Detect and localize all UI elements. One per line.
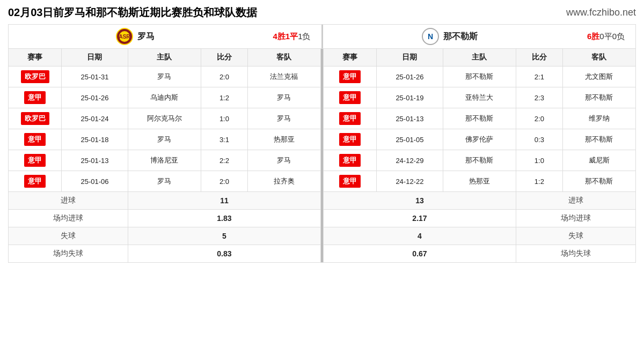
roma-match-badge: 意甲 <box>9 129 62 150</box>
col-header-roma-away: 客队 <box>247 49 320 67</box>
table-row: 意甲25-01-26乌迪内斯1:2罗马意甲25-01-19亚特兰大2:3那不勒斯 <box>9 87 636 108</box>
stats-label-right: 失球 <box>516 227 636 245</box>
napoli-match-score: 2:1 <box>516 67 563 87</box>
website-url: www.fczhibo.net <box>566 7 636 18</box>
napoli-match-score: 1:0 <box>516 150 563 171</box>
roma-match-badge: 欧罗巴 <box>9 67 62 87</box>
col-header-napoli-match: 赛事 <box>323 49 376 67</box>
main-data-table: 赛事 日期 主队 比分 客队 赛事 日期 主队 比分 客队 欧罗巴25-01-3… <box>8 48 636 263</box>
stats-label-left: 失球 <box>9 227 128 245</box>
roma-header: ASR 罗马 <box>9 25 262 48</box>
roma-record: 4胜1平1负 <box>262 25 321 48</box>
stats-value-roma: 5 <box>128 227 320 245</box>
napoli-match-home: 亚特兰大 <box>443 87 516 108</box>
napoli-match-home: 热那亚 <box>443 171 516 192</box>
napoli-match-home: 佛罗伦萨 <box>443 129 516 150</box>
napoli-logo-icon: N <box>422 28 439 45</box>
napoli-match-score: 0:3 <box>516 129 563 150</box>
roma-logo-icon: ASR <box>116 28 133 45</box>
stats-value-napoli: 4 <box>323 227 516 245</box>
table-row: 欧罗巴25-01-31罗马2:0法兰克福意甲25-01-26那不勒斯2:1尤文图… <box>9 67 636 87</box>
napoli-record-win: 6胜 <box>587 32 599 42</box>
stats-value-roma: 11 <box>128 192 320 210</box>
col-header-napoli-home: 主队 <box>443 49 516 67</box>
roma-match-away: 拉齐奥 <box>247 171 320 192</box>
napoli-match-badge: 意甲 <box>323 108 376 129</box>
roma-match-date: 25-01-13 <box>62 150 128 171</box>
roma-match-home: 罗马 <box>128 171 201 192</box>
table-row: 意甲25-01-18罗马3:1热那亚意甲25-01-05佛罗伦萨0:3那不勒斯 <box>9 129 636 150</box>
stats-label-left: 场均失球 <box>9 245 128 263</box>
svg-text:ASR: ASR <box>119 34 131 40</box>
napoli-record-draw: 0平 <box>599 32 612 42</box>
stats-value-roma: 1.83 <box>128 210 320 227</box>
napoli-record: 6胜0平0负 <box>576 25 635 48</box>
roma-match-score: 1:2 <box>201 87 248 108</box>
stats-row: 进球1113进球 <box>9 192 636 210</box>
napoli-header: N 那不勒斯 <box>323 25 576 48</box>
napoli-name: 那不勒斯 <box>443 31 478 42</box>
roma-match-home: 罗马 <box>128 67 201 87</box>
stats-value-napoli: 2.17 <box>323 210 516 227</box>
stats-value-napoli: 0.67 <box>323 245 516 263</box>
roma-match-score: 2:0 <box>201 67 248 87</box>
col-header-roma-score: 比分 <box>201 49 248 67</box>
napoli-match-badge: 意甲 <box>323 171 376 192</box>
stats-row: 场均失球0.830.67场均失球 <box>9 245 636 263</box>
col-header-napoli-score: 比分 <box>516 49 563 67</box>
col-header-roma-home: 主队 <box>128 49 201 67</box>
napoli-match-date: 24-12-22 <box>376 171 443 192</box>
napoli-match-badge: 意甲 <box>323 87 376 108</box>
roma-record-win: 4胜 <box>273 32 285 42</box>
napoli-match-away: 尤文图斯 <box>562 67 635 87</box>
roma-match-away: 法兰克福 <box>247 67 320 87</box>
stats-value-napoli: 13 <box>323 192 516 210</box>
roma-match-badge: 意甲 <box>9 171 62 192</box>
table-row: 意甲25-01-06罗马2:0拉齐奥意甲24-12-22热那亚1:2那不勒斯 <box>9 171 636 192</box>
napoli-match-score: 1:2 <box>516 171 563 192</box>
roma-match-home: 罗马 <box>128 129 201 150</box>
table-row: 欧罗巴25-01-24阿尔克马尔1:0罗马意甲25-01-13那不勒斯2:0维罗… <box>9 108 636 129</box>
napoli-match-away: 那不勒斯 <box>562 87 635 108</box>
roma-record-draw: 1平 <box>286 32 298 42</box>
roma-match-score: 2:2 <box>201 150 248 171</box>
roma-match-score: 1:0 <box>201 108 248 129</box>
col-header-napoli-away: 客队 <box>562 49 635 67</box>
roma-match-home: 乌迪内斯 <box>128 87 201 108</box>
napoli-match-date: 25-01-13 <box>376 108 443 129</box>
napoli-match-away: 那不勒斯 <box>562 129 635 150</box>
table-row: 意甲25-01-13博洛尼亚2:2罗马意甲24-12-29那不勒斯1:0威尼斯 <box>9 150 636 171</box>
roma-name: 罗马 <box>137 31 155 42</box>
napoli-record-loss: 0负 <box>612 32 625 42</box>
roma-match-home: 博洛尼亚 <box>128 150 201 171</box>
page-title: 02月03日前罗马和那不勒斯近期比赛胜负和球队数据 <box>8 5 258 20</box>
roma-match-date: 25-01-24 <box>62 108 128 129</box>
roma-match-score: 2:0 <box>201 171 248 192</box>
stats-label-right: 场均进球 <box>516 210 636 227</box>
roma-match-away: 热那亚 <box>247 129 320 150</box>
napoli-match-away: 那不勒斯 <box>562 171 635 192</box>
napoli-match-date: 24-12-29 <box>376 150 443 171</box>
roma-match-date: 25-01-06 <box>62 171 128 192</box>
stats-label-right: 场均失球 <box>516 245 636 263</box>
roma-match-date: 25-01-31 <box>62 67 128 87</box>
roma-match-badge: 意甲 <box>9 87 62 108</box>
roma-match-date: 25-01-18 <box>62 129 128 150</box>
roma-record-loss: 1负 <box>298 32 310 42</box>
svg-text:N: N <box>428 32 433 41</box>
col-header-roma-date: 日期 <box>62 49 128 67</box>
napoli-match-date: 25-01-19 <box>376 87 443 108</box>
stats-row: 场均进球1.832.17场均进球 <box>9 210 636 227</box>
napoli-match-home: 那不勒斯 <box>443 150 516 171</box>
stats-label-left: 场均进球 <box>9 210 128 227</box>
col-header-napoli-date: 日期 <box>376 49 443 67</box>
roma-match-away: 罗马 <box>247 150 320 171</box>
napoli-match-away: 维罗纳 <box>562 108 635 129</box>
header: 02月03日前罗马和那不勒斯近期比赛胜负和球队数据 www.fczhibo.ne… <box>8 5 636 20</box>
roma-match-away: 罗马 <box>247 108 320 129</box>
napoli-match-badge: 意甲 <box>323 150 376 171</box>
napoli-match-badge: 意甲 <box>323 129 376 150</box>
napoli-match-home: 那不勒斯 <box>443 67 516 87</box>
roma-match-away: 罗马 <box>247 87 320 108</box>
roma-match-badge: 欧罗巴 <box>9 108 62 129</box>
